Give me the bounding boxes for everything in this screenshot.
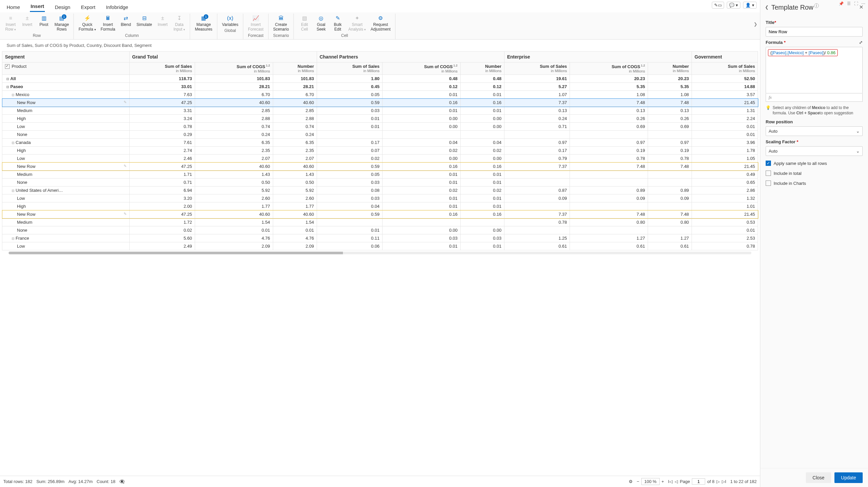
data-cell[interactable]: 0.74 [195,123,273,131]
data-cell[interactable]: 2.07 [195,155,273,162]
data-cell[interactable] [504,131,569,139]
data-cell[interactable]: 0.12 [382,83,460,91]
data-cell[interactable]: 5.35 [648,83,691,91]
expand-formula-icon[interactable]: ⤢ [859,40,863,45]
data-cell[interactable]: 0.01 [382,203,460,210]
data-cell[interactable]: 1.54 [195,218,273,226]
data-cell[interactable]: 0.59 [317,210,382,218]
row-label[interactable]: Low [2,242,130,250]
manage-rows-button[interactable]: ▤ManageRows [53,14,71,33]
data-cell[interactable]: 0.09 [570,194,648,203]
pencil-icon[interactable]: ✎ [124,212,127,216]
data-cell[interactable]: 0.01 [692,226,758,234]
data-cell[interactable]: 0.01 [460,203,504,210]
data-cell[interactable]: 0.48 [460,75,504,83]
data-cell[interactable]: 0.17 [317,139,382,147]
row-label[interactable]: None [2,131,130,139]
ribbon-scroll-right[interactable]: ❯ [752,20,759,28]
row-label[interactable]: Low [2,123,130,131]
data-cell[interactable]: 0.12 [460,83,504,91]
table-row[interactable]: Low3.202.602.600.030.010.010.090.090.091… [2,194,758,203]
gear-icon[interactable]: ⚙ [629,479,633,484]
data-cell[interactable]: 0.00 [382,155,460,162]
data-cell[interactable]: 0.02 [382,147,460,155]
update-button[interactable]: Update [834,473,863,483]
data-cell[interactable]: 3.31 [129,107,195,115]
tab-infobridge[interactable]: Infobridge [105,3,129,12]
data-cell[interactable]: 2.60 [273,194,317,203]
include-charts-checkbox[interactable] [766,181,771,186]
data-cell[interactable]: 0.01 [460,194,504,203]
collapse-icon[interactable]: ⊟ [6,85,9,89]
expand-icon[interactable]: ⛶ [854,1,858,6]
data-cell[interactable] [504,226,569,234]
pin-icon[interactable]: 📌 [839,1,844,6]
data-cell[interactable]: 0.01 [692,123,758,131]
data-cell[interactable]: 101.83 [195,75,273,83]
data-cell[interactable]: 7.48 [648,162,691,171]
page-prev[interactable]: ◁ [675,479,678,484]
data-cell[interactable]: 0.50 [273,179,317,186]
data-cell[interactable]: 19.61 [504,75,569,83]
data-cell[interactable]: 1.27 [648,234,691,242]
data-cell[interactable]: 0.53 [692,218,758,226]
row-label[interactable]: High [2,147,130,155]
table-row[interactable]: None0.290.240.240.01 [2,131,758,139]
data-cell[interactable]: 20.23 [648,75,691,83]
data-cell[interactable] [648,171,691,179]
data-cell[interactable]: 0.01 [382,242,460,250]
data-cell[interactable]: 1.43 [195,171,273,179]
data-cell[interactable]: 0.01 [317,115,382,123]
data-cell[interactable]: 1.31 [692,107,758,115]
data-cell[interactable]: 7.48 [570,210,648,218]
col-header[interactable]: Sum of COGS1.2in Millions [570,62,648,74]
data-cell[interactable]: 0.09 [648,194,691,203]
data-cell[interactable]: 0.74 [273,123,317,131]
data-cell[interactable]: 0.65 [692,179,758,186]
data-cell[interactable]: 40.60 [273,162,317,171]
data-cell[interactable]: 2.07 [273,155,317,162]
data-cell[interactable] [570,131,648,139]
data-cell[interactable]: 0.05 [317,171,382,179]
data-cell[interactable]: 0.80 [648,218,691,226]
data-cell[interactable]: 0.89 [648,186,691,194]
data-cell[interactable]: 2.85 [273,107,317,115]
data-cell[interactable]: 0.71 [504,123,569,131]
create-scenario-button[interactable]: 🏛CreateScenario [271,14,291,33]
col-header[interactable]: Numberin Millions [648,62,691,74]
data-cell[interactable]: 3.96 [692,139,758,147]
data-cell[interactable]: 3.57 [692,91,758,99]
row-label[interactable]: New Row✎ [2,99,130,107]
data-cell[interactable]: 28.21 [195,83,273,91]
col-header[interactable]: Sum of Salesin Millions [692,62,758,74]
row-label[interactable]: ⊟Paseo [2,83,130,91]
collapse-icon[interactable]: ⊟ [12,237,14,240]
data-cell[interactable]: 6.35 [195,139,273,147]
formula-editor[interactable]: ([Paseo].[Mexico] + [Paseo])/ 0.86 [766,47,863,93]
data-cell[interactable]: 21.45 [692,162,758,171]
data-cell[interactable]: 5.60 [129,234,195,242]
table-row[interactable]: Low2.492.092.090.060.010.010.610.610.610… [2,242,758,250]
data-cell[interactable]: 2.09 [273,242,317,250]
data-cell[interactable]: 1.08 [570,91,648,99]
data-cell[interactable]: 1.54 [273,218,317,226]
zoom-in[interactable]: + [662,479,664,484]
data-cell[interactable]: 0.16 [460,210,504,218]
data-cell[interactable]: 52.50 [692,75,758,83]
data-cell[interactable]: 0.01 [382,194,460,203]
data-cell[interactable]: 6.70 [273,91,317,99]
data-cell[interactable]: 2.35 [195,147,273,155]
data-cell[interactable]: 0.04 [460,139,504,147]
data-cell[interactable] [317,218,382,226]
data-cell[interactable]: 0.01 [382,171,460,179]
data-cell[interactable]: 0.00 [460,123,504,131]
data-cell[interactable]: 1.77 [195,203,273,210]
data-cell[interactable]: 0.59 [317,162,382,171]
data-cell[interactable]: 1.80 [317,75,382,83]
data-cell[interactable]: 0.71 [129,179,195,186]
data-cell[interactable]: 0.02 [317,155,382,162]
data-cell[interactable] [504,179,569,186]
data-cell[interactable]: 2.53 [692,234,758,242]
data-cell[interactable]: 0.01 [382,179,460,186]
row-label[interactable]: Low [2,194,130,203]
